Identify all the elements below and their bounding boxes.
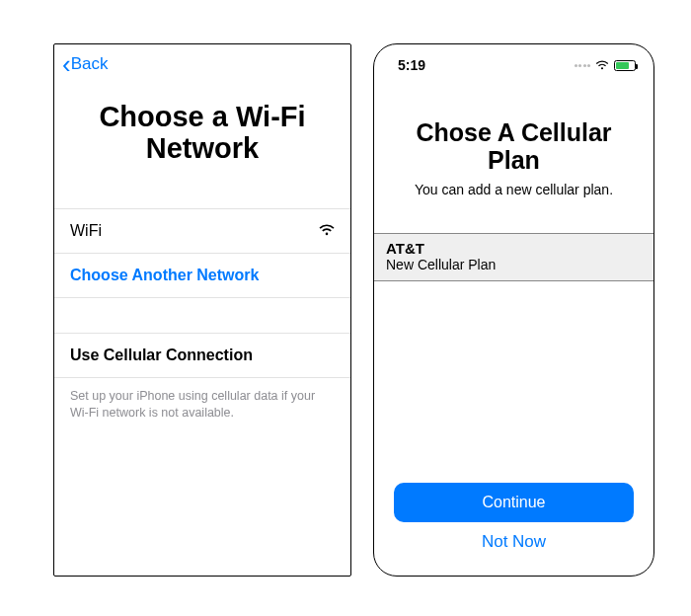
choose-another-label: Choose Another Network [70, 267, 259, 284]
status-bar: 5:19 [374, 44, 653, 80]
choose-another-network-button[interactable]: Choose Another Network [54, 254, 350, 298]
wifi-network-row[interactable]: WiFi [54, 209, 350, 254]
chevron-left-icon: ‹ [62, 56, 71, 73]
use-cellular-label: Use Cellular Connection [70, 346, 253, 364]
page-title: Chose A Cellular Plan [374, 80, 653, 182]
cellular-plan-screen: 5:19 Chose A Cellular Plan You can add a… [373, 43, 654, 577]
page-title: Choose a Wi-Fi Network [54, 74, 350, 208]
wifi-network-name: WiFi [70, 222, 102, 240]
battery-icon [614, 60, 636, 71]
back-button[interactable]: ‹ Back [54, 44, 350, 74]
not-now-button[interactable]: Not Now [482, 532, 546, 552]
wifi-setup-screen: ‹ Back Choose a Wi-Fi Network WiFi Choos… [53, 43, 351, 577]
cellular-plan-row[interactable]: AT&T New Cellular Plan [374, 233, 653, 281]
cellular-footnote: Set up your iPhone using cellular data i… [54, 378, 350, 422]
network-list: WiFi Choose Another Network Use Cellular… [54, 208, 350, 378]
section-gap [54, 298, 350, 334]
cellular-signal-icon [575, 64, 591, 67]
continue-button[interactable]: Continue [394, 483, 634, 522]
wifi-icon [319, 222, 335, 240]
plan-label: New Cellular Plan [386, 257, 642, 272]
back-label: Back [71, 54, 109, 74]
carrier-name: AT&T [386, 240, 642, 257]
wifi-status-icon [595, 60, 609, 70]
page-subtitle: You can add a new cellular plan. [374, 182, 653, 233]
status-indicators [575, 60, 637, 71]
bottom-actions: Continue Not Now [374, 483, 653, 552]
use-cellular-button[interactable]: Use Cellular Connection [54, 334, 350, 378]
status-time: 5:19 [398, 57, 425, 73]
